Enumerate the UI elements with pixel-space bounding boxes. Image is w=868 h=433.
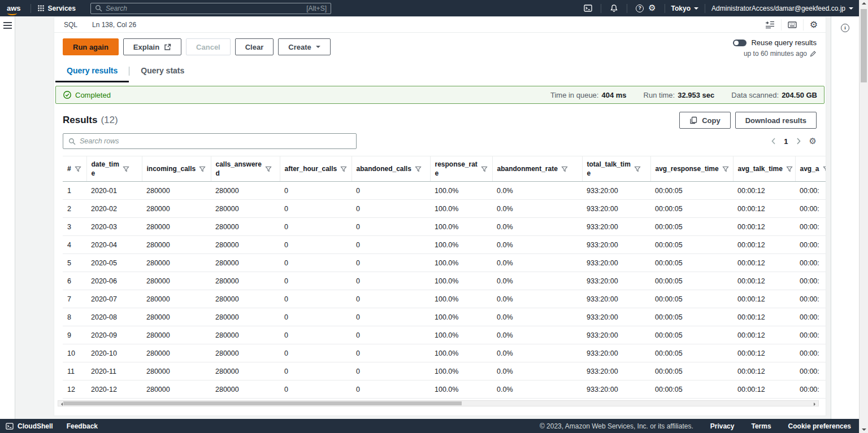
athena-query-editor-screen: aws Services [Alt+S] bbox=[0, 0, 868, 433]
column-header[interactable]: # bbox=[63, 156, 86, 182]
explain-button[interactable]: Explain bbox=[123, 38, 181, 55]
cookie-preferences-link[interactable]: Cookie preferences bbox=[788, 422, 851, 430]
reuse-results-toggle[interactable] bbox=[733, 40, 747, 46]
table-cell: 0 bbox=[351, 344, 430, 362]
settings-button[interactable]: ⚙ bbox=[646, 4, 658, 12]
filter-funnel-icon[interactable] bbox=[823, 166, 826, 172]
column-header[interactable]: response_rat e bbox=[430, 156, 492, 182]
next-page-button[interactable] bbox=[796, 137, 801, 145]
cloudshell-footer-button[interactable]: CloudShell bbox=[6, 422, 53, 430]
scroll-left-arrow[interactable] bbox=[59, 403, 63, 406]
table-cell: 0 bbox=[280, 344, 351, 362]
aws-logo[interactable]: aws bbox=[7, 4, 24, 12]
column-header-label: after_hour_calls bbox=[285, 164, 337, 173]
table-cell: 2020-11 bbox=[86, 362, 142, 380]
table-cell: 100.0% bbox=[430, 182, 492, 200]
table-cell: 100.0% bbox=[430, 308, 492, 326]
edit-pencil-icon[interactable] bbox=[810, 50, 817, 57]
current-page-number[interactable]: 1 bbox=[784, 137, 788, 146]
column-header[interactable]: total_talk_tim e bbox=[582, 156, 650, 182]
tab-query-stats[interactable]: Query stats bbox=[129, 60, 196, 82]
table-row: 12020-0128000028000000100.0%0.0%933:20:0… bbox=[63, 182, 826, 200]
column-header-label: avg_talk_time bbox=[738, 164, 783, 173]
terms-link[interactable]: Terms bbox=[751, 422, 771, 430]
privacy-link[interactable]: Privacy bbox=[710, 422, 735, 430]
filter-funnel-icon[interactable] bbox=[123, 166, 129, 172]
column-header[interactable]: avg_talk_time bbox=[733, 156, 795, 182]
column-header[interactable]: abandonment_rate bbox=[492, 156, 582, 182]
filter-funnel-icon[interactable] bbox=[415, 166, 422, 172]
column-header[interactable]: calls_answere d bbox=[211, 156, 280, 182]
table-cell: 280000 bbox=[211, 308, 280, 326]
scroll-down-arrow[interactable] bbox=[862, 428, 866, 431]
filter-funnel-icon[interactable] bbox=[634, 166, 641, 172]
create-dropdown-button[interactable]: Create bbox=[278, 38, 330, 55]
column-header[interactable]: after_hour_calls bbox=[280, 156, 351, 182]
filter-funnel-icon[interactable] bbox=[75, 166, 81, 172]
nav-divider bbox=[627, 4, 627, 13]
table-preferences-gear-icon[interactable]: ⚙ bbox=[809, 137, 817, 146]
table-cell: 00:00:12 bbox=[733, 218, 795, 236]
menu-toggle-button[interactable] bbox=[3, 22, 12, 29]
format-icon bbox=[765, 20, 775, 29]
horizontal-scrollbar[interactable] bbox=[58, 400, 819, 406]
global-search-input[interactable] bbox=[106, 5, 303, 12]
cloudshell-button[interactable] bbox=[581, 4, 594, 12]
region-selector[interactable]: Tokyo bbox=[671, 5, 698, 12]
table-cell: 00:00:05 bbox=[650, 218, 733, 236]
table-cell: 00:00:05 bbox=[650, 290, 733, 308]
table-cell: 0 bbox=[280, 290, 351, 308]
column-header[interactable]: avg_response_time bbox=[650, 156, 733, 182]
table-cell: 100.0% bbox=[430, 254, 492, 272]
notifications-button[interactable] bbox=[607, 4, 620, 12]
vertical-scroll-thumb[interactable] bbox=[861, 9, 867, 82]
results-header: Results (12) Copy Download results bbox=[63, 112, 817, 129]
services-menu[interactable]: Services bbox=[37, 5, 76, 12]
search-rows-box[interactable] bbox=[63, 133, 357, 149]
shortcuts-button[interactable] bbox=[788, 21, 797, 29]
table-cell: 100.0% bbox=[430, 236, 492, 254]
filter-funnel-icon[interactable] bbox=[481, 166, 488, 172]
keyboard-icon bbox=[788, 21, 797, 29]
filter-funnel-icon[interactable] bbox=[199, 166, 206, 172]
horizontal-scroll-thumb[interactable] bbox=[63, 401, 462, 405]
search-rows-input[interactable] bbox=[80, 137, 351, 145]
filter-funnel-icon[interactable] bbox=[340, 166, 347, 172]
table-cell: 2020-12 bbox=[86, 380, 142, 399]
cursor-position: Ln 138, Col 26 bbox=[92, 21, 136, 29]
tab-query-results[interactable]: Query results bbox=[55, 60, 129, 82]
scroll-up-arrow[interactable] bbox=[862, 2, 866, 5]
top-navbar: aws Services [Alt+S] bbox=[0, 0, 859, 16]
clear-button[interactable]: Clear bbox=[235, 38, 274, 55]
download-results-button[interactable]: Download results bbox=[735, 112, 817, 129]
column-header[interactable]: avg_a bbox=[795, 156, 826, 182]
results-tabs: Query results Query stats bbox=[55, 60, 826, 82]
account-menu[interactable]: AdministratorAccess/damar@geekfeed.co.jp bbox=[711, 5, 853, 12]
cloudshell-terminal-icon bbox=[584, 4, 592, 12]
scroll-right-arrow[interactable] bbox=[814, 403, 817, 406]
results-count: (12) bbox=[101, 115, 118, 126]
info-icon[interactable]: i bbox=[841, 24, 849, 32]
table-cell: 280000 bbox=[211, 236, 280, 254]
column-header-label: abandonment_rate bbox=[497, 164, 558, 173]
filter-funnel-icon[interactable] bbox=[561, 166, 568, 172]
format-query-button[interactable] bbox=[765, 20, 775, 29]
filter-funnel-icon[interactable] bbox=[722, 166, 729, 172]
filter-funnel-icon[interactable] bbox=[786, 166, 793, 172]
help-button[interactable]: ? bbox=[633, 5, 646, 12]
global-search[interactable]: [Alt+S] bbox=[90, 3, 331, 14]
filter-funnel-icon[interactable] bbox=[265, 166, 272, 172]
column-header[interactable]: incoming_calls bbox=[142, 156, 211, 182]
feedback-button[interactable]: Feedback bbox=[67, 422, 98, 430]
column-header[interactable]: abandoned_calls bbox=[351, 156, 430, 182]
table-cell: 933:20:00 bbox=[582, 182, 650, 200]
page-vertical-scrollbar[interactable] bbox=[859, 0, 868, 433]
cancel-button[interactable]: Cancel bbox=[186, 38, 231, 55]
table-cell: 2020-05 bbox=[86, 254, 142, 272]
run-again-button[interactable]: Run again bbox=[63, 38, 119, 55]
copy-button[interactable]: Copy bbox=[679, 112, 731, 129]
table-cell: 280000 bbox=[211, 182, 280, 200]
previous-page-button[interactable] bbox=[771, 137, 776, 145]
column-header[interactable]: date_tim e bbox=[86, 156, 142, 182]
editor-settings-gear-icon[interactable]: ⚙ bbox=[810, 20, 818, 29]
